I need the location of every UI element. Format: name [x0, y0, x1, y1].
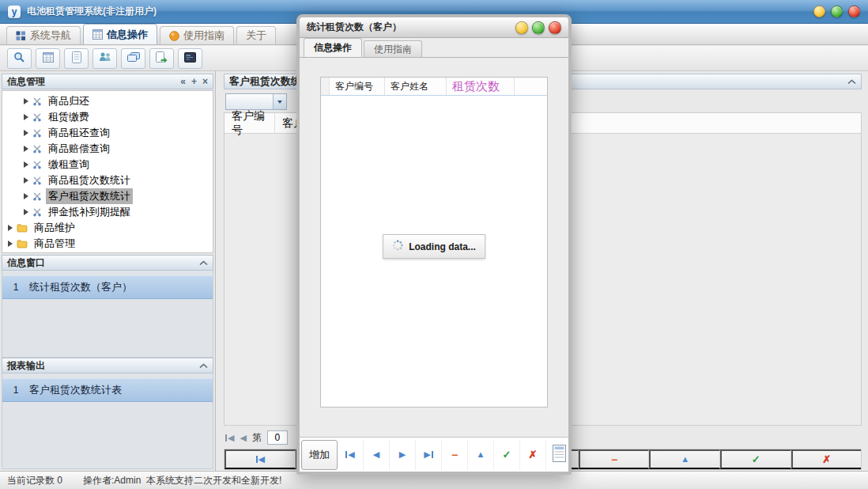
system-note-label: 本系统支持二次开发和全新开发! [146, 474, 281, 487]
expand-arrow-icon[interactable] [24, 193, 28, 199]
tab-info-operation[interactable]: 信息操作 [83, 24, 157, 44]
tab-label: 系统导航 [30, 28, 71, 43]
tree-item[interactable]: 商品租还查询 [2, 125, 213, 141]
expand-all-icon[interactable]: + [191, 77, 197, 86]
maximize-button[interactable] [831, 6, 843, 17]
post-record-button[interactable]: ✓ [494, 440, 520, 470]
minimize-button[interactable] [813, 6, 825, 17]
prev-page-button[interactable]: ◀ [240, 434, 246, 442]
tree-item-label: 押金抵补到期提醒 [46, 204, 133, 220]
collapse-left-icon[interactable]: « [180, 77, 186, 86]
table-view-button[interactable] [36, 48, 60, 69]
tab-about[interactable]: 关于 [236, 26, 276, 44]
edit-record-button[interactable]: ▲ [468, 440, 494, 470]
tree-folder[interactable]: 商品管理 [2, 236, 213, 252]
chevron-up-icon[interactable] [199, 361, 208, 370]
tree-item-selected[interactable]: 客户租赁次数统计 [2, 188, 213, 204]
expand-arrow-icon[interactable] [8, 241, 13, 247]
monitor-view-button[interactable] [121, 48, 145, 69]
chevron-down-icon [277, 100, 282, 104]
page-number-input[interactable] [267, 430, 288, 445]
expand-arrow-icon[interactable] [24, 209, 28, 215]
tree-item[interactable]: 租赁缴费 [2, 109, 213, 125]
prev-record-button[interactable]: ◀ [364, 440, 390, 470]
navigation-tree: 商品归还 租赁缴费 商品租还查询 商品赔偿查询 缴租查询 [2, 90, 213, 253]
chevron-up-icon[interactable] [199, 258, 208, 267]
dialog-maximize-button[interactable] [532, 21, 545, 34]
window-title: 电池租赁管理系统(非注册用户) [27, 5, 157, 18]
dialog-data-grid: 客户编号 客户姓名 租赁次数 Loading data... [320, 77, 548, 408]
grid-header-customer-id[interactable]: 客户编号 [330, 78, 385, 95]
grid-header-customer-name[interactable]: 客户姓名 [385, 78, 447, 95]
record-count-label: 当前记录数 0 [7, 474, 83, 487]
first-page-button[interactable]: ◀ [225, 434, 234, 442]
dialog-close-button[interactable] [549, 21, 561, 34]
post-record-button[interactable]: ✓ [720, 449, 791, 469]
tree-item[interactable]: 商品归还 [2, 93, 213, 109]
cancel-record-button[interactable]: ✗ [791, 449, 862, 469]
first-record-button[interactable]: ◀ [338, 440, 364, 470]
tree-item[interactable]: 商品租赁次数统计 [2, 172, 213, 188]
tab-label: 使用指南 [183, 28, 225, 43]
report-output-item[interactable]: 1 客户租赁次数统计表 [2, 378, 213, 402]
tree-folder[interactable]: 商品维护 [2, 220, 213, 236]
dialog-tab-user-guide[interactable]: 使用指南 [364, 40, 422, 57]
tree-item-label: 商品租赁次数统计 [46, 172, 133, 188]
dialog-minimize-button[interactable] [515, 21, 528, 34]
close-panel-icon[interactable]: × [202, 77, 208, 86]
tool-icon [32, 144, 42, 154]
dialog-grid-header-row: 客户编号 客户姓名 租赁次数 [321, 78, 547, 96]
next-record-button[interactable]: ▶ [390, 440, 416, 470]
last-record-button[interactable]: ▶ [416, 440, 442, 470]
tab-user-guide[interactable]: 使用指南 [160, 26, 234, 44]
console-button[interactable] [178, 48, 202, 69]
tree-item-label: 客户租赁次数统计 [46, 188, 133, 204]
dialog-window-controls [515, 21, 561, 34]
expand-arrow-icon[interactable] [24, 114, 28, 120]
monitors-icon [127, 52, 140, 65]
info-window-item[interactable]: 1 统计租赁次数（客户） [2, 275, 213, 299]
filter-combobox[interactable] [225, 93, 287, 110]
edit-record-button[interactable]: ▲ [649, 449, 720, 469]
delete-record-button[interactable]: − [442, 440, 468, 470]
tool-icon [32, 160, 42, 169]
expand-arrow-icon[interactable] [24, 98, 28, 104]
dialog-tabbar: 信息操作 使用指南 [300, 38, 568, 58]
cancel-record-button[interactable]: ✗ [520, 440, 546, 470]
panel-header-report-output: 报表输出 [2, 358, 213, 373]
tree-item-label: 缴租查询 [46, 157, 92, 172]
close-button[interactable] [848, 6, 860, 17]
user-management-button[interactable] [92, 48, 117, 69]
expand-arrow-icon[interactable] [24, 146, 28, 152]
expand-arrow-icon[interactable] [24, 161, 28, 168]
page-label: 第 [252, 431, 262, 445]
dialog-tab-label: 使用指南 [374, 43, 412, 56]
grid-header-customer-id[interactable]: 客户编号 [225, 113, 275, 133]
grid-header-rent-count[interactable]: 租赁次数 [447, 78, 515, 95]
expand-arrow-icon[interactable] [24, 130, 28, 136]
tool-icon [32, 128, 42, 138]
dialog-tab-info-operation[interactable]: 信息操作 [304, 38, 362, 57]
statistics-dialog: 统计租赁次数（客户） 信息操作 使用指南 客户编号 客户姓名 租赁次数 [296, 14, 572, 475]
export-report-button[interactable] [149, 48, 174, 69]
new-document-button[interactable] [64, 48, 89, 69]
tree-item[interactable]: 缴租查询 [2, 157, 213, 172]
tree-item[interactable]: 押金抵补到期提醒 [2, 204, 213, 220]
first-record-button[interactable]: ◀ [225, 449, 296, 469]
tool-icon [32, 97, 42, 106]
expand-arrow-icon[interactable] [24, 177, 28, 184]
dialog-title: 统计租赁次数（客户） [307, 21, 402, 34]
tab-label: 信息操作 [107, 28, 148, 42]
tab-system-nav[interactable]: 系统导航 [6, 26, 81, 44]
item-index: 1 [2, 385, 29, 396]
nav-squares-icon [16, 31, 26, 41]
expand-arrow-icon[interactable] [8, 225, 13, 231]
chevron-up-icon[interactable] [847, 77, 856, 86]
form-view-button[interactable] [546, 440, 568, 470]
combobox-dropdown-button[interactable] [273, 94, 286, 109]
delete-record-button[interactable]: − [579, 449, 650, 469]
tree-item[interactable]: 商品赔偿查询 [2, 141, 213, 157]
search-button[interactable] [7, 48, 32, 69]
add-button[interactable]: 增加 [301, 440, 338, 470]
panel-header-info-window: 信息窗口 [2, 255, 213, 271]
